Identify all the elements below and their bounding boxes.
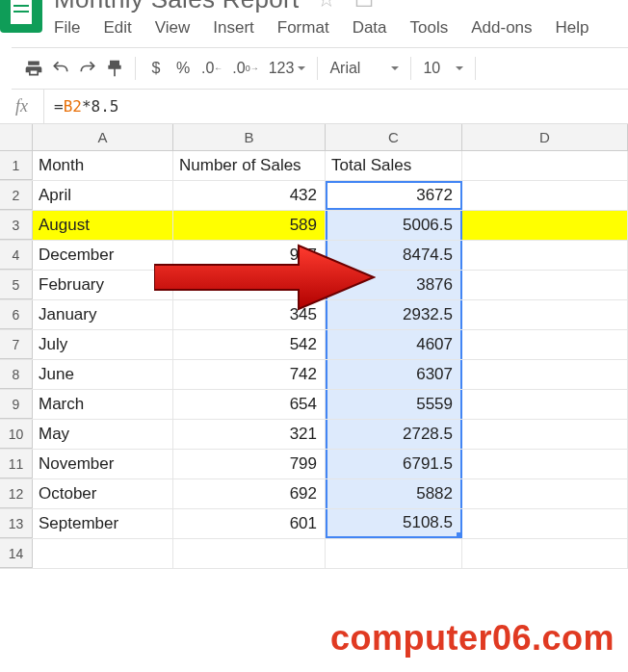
cell-d5[interactable] [462, 271, 628, 299]
col-header-a[interactable]: A [33, 124, 173, 151]
cell-c14[interactable] [326, 539, 462, 568]
folder-icon[interactable]: 🗀 [353, 0, 375, 13]
row-header[interactable]: 6 [0, 300, 33, 329]
cell-a5[interactable]: February [33, 271, 173, 299]
cell-d2[interactable] [462, 181, 628, 210]
cell-a12[interactable]: October [33, 479, 173, 508]
row-header[interactable]: 1 [0, 151, 33, 180]
cell-a1[interactable]: Month [33, 151, 173, 180]
cell-a4[interactable]: December [33, 241, 173, 270]
cell-d3[interactable] [462, 211, 628, 240]
row-header[interactable]: 12 [0, 479, 33, 508]
document-title[interactable]: Monthly Sales Report ☆ 🗀 [54, 0, 589, 14]
row-header[interactable]: 2 [0, 181, 33, 210]
col-header-b[interactable]: B [173, 124, 326, 151]
row-header[interactable]: 10 [0, 420, 33, 449]
cell-c2[interactable]: 3672 [326, 181, 462, 210]
cell-b13[interactable]: 601 [173, 509, 326, 538]
font-size-dropdown[interactable]: 10 [419, 56, 467, 81]
cell-b8[interactable]: 742 [173, 360, 326, 389]
cell-b6[interactable]: 345 [173, 300, 326, 329]
cell-c8[interactable]: 6307 [326, 360, 462, 389]
formula-input[interactable]: =B2*8.5 [44, 97, 118, 116]
cell-b1[interactable]: Number of Sales [173, 151, 326, 180]
row-header[interactable]: 3 [0, 211, 33, 240]
cell-c6[interactable]: 2932.5 [326, 300, 462, 329]
cell-d4[interactable] [462, 241, 628, 270]
menu-edit[interactable]: Edit [103, 18, 131, 38]
cell-b11[interactable]: 799 [173, 450, 326, 478]
undo-icon[interactable] [48, 56, 73, 81]
cell-a2[interactable]: April [33, 181, 173, 210]
cell-c10[interactable]: 2728.5 [326, 420, 462, 449]
fill-handle[interactable] [457, 532, 462, 538]
cell-c9[interactable]: 5559 [326, 390, 462, 419]
menu-insert[interactable]: Insert [213, 18, 254, 38]
star-icon[interactable]: ☆ [317, 0, 336, 13]
cell-d12[interactable] [462, 479, 628, 508]
cell-c7[interactable]: 4607 [326, 330, 462, 359]
decrease-decimal-button[interactable]: .0← [197, 56, 226, 81]
cell-d9[interactable] [462, 390, 628, 419]
cell-b14[interactable] [173, 539, 326, 568]
row-header[interactable]: 9 [0, 390, 33, 419]
percent-button[interactable]: % [170, 56, 196, 81]
cell-d11[interactable] [462, 450, 628, 478]
col-header-c[interactable]: C [326, 124, 462, 151]
paint-format-icon[interactable] [102, 56, 127, 81]
redo-icon[interactable] [75, 56, 100, 81]
cell-a14[interactable] [33, 539, 173, 568]
print-icon[interactable] [21, 56, 46, 81]
cell-a13[interactable]: September [33, 509, 173, 538]
row-header[interactable]: 13 [0, 509, 33, 538]
cell-b7[interactable]: 542 [173, 330, 326, 359]
font-family-dropdown[interactable]: Arial [326, 56, 403, 81]
cell-a9[interactable]: March [33, 390, 173, 419]
cell-b9[interactable]: 654 [173, 390, 326, 419]
cell-c12[interactable]: 5882 [326, 479, 462, 508]
cell-c5[interactable]: 3876 [326, 271, 462, 299]
sheets-app-icon[interactable] [0, 0, 42, 33]
cell-c4[interactable]: 8474.5 [326, 241, 462, 270]
cell-b3[interactable]: 589 [173, 211, 326, 240]
row-header[interactable]: 11 [0, 450, 33, 478]
cell-b10[interactable]: 321 [173, 420, 326, 449]
doc-title-text[interactable]: Monthly Sales Report [54, 0, 300, 14]
row-header[interactable]: 4 [0, 241, 33, 270]
cell-a10[interactable]: May [33, 420, 173, 449]
menu-addons[interactable]: Add-ons [471, 18, 532, 38]
spreadsheet-grid[interactable]: A B C D 1MonthNumber of SalesTotal Sales… [0, 124, 628, 569]
cell-a8[interactable]: June [33, 360, 173, 389]
cell-c1[interactable]: Total Sales [326, 151, 462, 180]
col-header-d[interactable]: D [462, 124, 628, 151]
cell-a6[interactable]: January [33, 300, 173, 329]
row-header[interactable]: 7 [0, 330, 33, 359]
row-header[interactable]: 8 [0, 360, 33, 389]
row-header[interactable]: 5 [0, 271, 33, 299]
menu-help[interactable]: Help [556, 18, 589, 38]
menu-tools[interactable]: Tools [410, 18, 449, 38]
menu-file[interactable]: File [54, 18, 80, 38]
menu-format[interactable]: Format [277, 18, 329, 38]
cell-d6[interactable] [462, 300, 628, 329]
row-header[interactable]: 14 [0, 539, 33, 568]
cell-d13[interactable] [462, 509, 628, 538]
cell-b12[interactable]: 692 [173, 479, 326, 508]
cell-a3[interactable]: August [33, 211, 173, 240]
select-all-corner[interactable] [0, 124, 33, 151]
menu-data[interactable]: Data [353, 18, 387, 38]
cell-b5[interactable]: 456 [173, 271, 326, 299]
cell-d1[interactable] [462, 151, 628, 180]
cell-d14[interactable] [462, 539, 628, 568]
cell-d10[interactable] [462, 420, 628, 449]
cell-a7[interactable]: July [33, 330, 173, 359]
currency-button[interactable]: $ [144, 56, 169, 81]
cell-d8[interactable] [462, 360, 628, 389]
cell-c3[interactable]: 5006.5 [326, 211, 462, 240]
cell-b2[interactable]: 432 [173, 181, 326, 210]
cell-b4[interactable]: 997 [173, 241, 326, 270]
number-format-dropdown[interactable]: 123 [265, 56, 310, 81]
increase-decimal-button[interactable]: .00→ [228, 56, 262, 81]
cell-c13[interactable]: 5108.5 [326, 509, 462, 538]
cell-a11[interactable]: November [33, 450, 173, 478]
